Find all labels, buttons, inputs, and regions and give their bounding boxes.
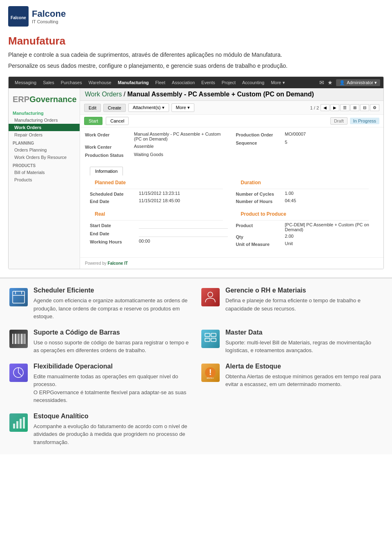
- end-date2-value: [139, 230, 228, 237]
- nav-fleet[interactable]: Fleet: [152, 78, 168, 87]
- breadcrumb-current: Manual Assembly - PC Assemble + Custom (…: [127, 91, 314, 98]
- nav-messaging[interactable]: Messaging: [12, 78, 39, 87]
- user-icon: 👤: [339, 80, 345, 85]
- work-order-row: Work Order Manual Assembly - PC Assemble…: [85, 132, 228, 141]
- sidebar-item-manufacturing-orders[interactable]: Manufacturing Orders: [9, 116, 80, 124]
- create-button[interactable]: Create: [103, 104, 126, 112]
- svg-rect-14: [23, 334, 24, 344]
- more-button[interactable]: More ▾: [172, 103, 194, 112]
- next-button[interactable]: ▶: [330, 104, 339, 111]
- admin-button[interactable]: 👤 Administrator ▾: [336, 79, 380, 86]
- sidebar-logo-gov: Governance: [29, 95, 77, 104]
- hero-desc2: Personalize os seus dados mestre, config…: [8, 62, 384, 70]
- production-status-value: Waiting Goods: [134, 152, 228, 157]
- product-row: Product [PC-DEM] PC Assemble + Custom (P…: [236, 222, 374, 232]
- feature-master-desc: Suporte: multi-level Bill de Materiais, …: [225, 339, 384, 355]
- feature-barcode-desc: Use o nosso suporte de código de barras …: [33, 339, 192, 355]
- sidebar-item-work-orders[interactable]: Work Orders: [9, 124, 80, 131]
- star-icon[interactable]: ★: [327, 79, 333, 86]
- page-title: Manufatura: [8, 35, 384, 47]
- sequence-row: Sequence 5: [236, 140, 379, 145]
- nav-more[interactable]: More ▾: [268, 78, 287, 87]
- attachment-button[interactable]: Attachment(s) ▾: [128, 103, 169, 112]
- sidebar-item-orders-planning[interactable]: Orders Planning: [9, 146, 80, 154]
- scheduled-date-row: Scheduled Date 11/15/2012 13:23:11: [90, 191, 228, 196]
- form-col-left: Work Order Manual Assembly - PC Assemble…: [85, 132, 228, 160]
- list-view-button[interactable]: ☰: [340, 104, 350, 111]
- nav-project[interactable]: Project: [219, 78, 238, 87]
- cancel-button[interactable]: Cancel: [106, 117, 129, 125]
- sidebar-logo: ERP Governance: [9, 92, 80, 109]
- start-button[interactable]: Start: [84, 117, 102, 125]
- unit-of-measure-label: Unit of Measure: [236, 241, 285, 247]
- sidebar-item-work-orders-by-resource[interactable]: Work Orders By Resource: [9, 154, 80, 161]
- planned-date-col: Planned Date Scheduled Date 11/15/2012 1…: [90, 177, 228, 205]
- feature-master: Master Data Suporte: multi-level Bill de…: [200, 329, 384, 355]
- sidebar-item-bill-of-materials[interactable]: Bill of Materials: [9, 169, 80, 176]
- feature-barcode-title: Suporte a Código de Barras: [33, 329, 192, 336]
- powered-by: Powered by Falcone IT: [80, 257, 383, 269]
- action-toolbar: Edit Create Attachment(s) ▾ More ▾ 1 / 2…: [80, 101, 383, 115]
- feature-rh-icon: [200, 287, 220, 307]
- work-center-value: Assemble: [134, 144, 228, 149]
- sidebar: ERP Governance Manufacturing Manufacturi…: [9, 88, 80, 269]
- logo-company: Falcone: [32, 9, 66, 19]
- nav-manufacturing[interactable]: Manufacturing: [115, 78, 152, 87]
- sidebar-section-planning: Planning: [9, 138, 80, 146]
- tab-information[interactable]: Information: [90, 167, 123, 176]
- hero-section: Manufatura Planeje e controle a sua cade…: [0, 31, 392, 76]
- grid-view-button[interactable]: ⊞: [350, 104, 359, 111]
- feature-alert: !alerts+ Alerta de Estoque Obtenha Alert…: [200, 363, 384, 404]
- nav-buttons: ◀ ▶ ☰ ⊞ ⊟ ⚙: [321, 104, 379, 111]
- nav-association[interactable]: Association: [169, 78, 198, 87]
- num-cycles-value: 1.00: [285, 191, 374, 196]
- duration-col: Duration Number of Cycles 1.00 Number of…: [236, 177, 374, 205]
- working-hours-label: Working Hours: [90, 239, 139, 244]
- svg-rect-17: [205, 338, 210, 342]
- feature-flex-title: Flexibilidade Operacional: [33, 363, 192, 370]
- production-status-label: Production Status: [85, 152, 134, 158]
- svg-rect-16: [205, 333, 210, 337]
- feature-flex-desc: Edite manualmente todas as operações em …: [33, 373, 192, 404]
- powered-by-link[interactable]: Falcone IT: [108, 261, 128, 266]
- breadcrumb: Work Orders / Manual Assembly - PC Assem…: [80, 88, 383, 101]
- sidebar-item-manufacturing-header[interactable]: Manufacturing: [9, 109, 80, 116]
- nav-warehouse[interactable]: Warehouse: [86, 78, 114, 87]
- options-button[interactable]: ⊟: [360, 104, 369, 111]
- nav-purchases[interactable]: Purchases: [58, 78, 85, 87]
- num-hours-label: Number of Hours: [236, 198, 285, 204]
- feature-alert-desc: Obtenha Alertas de estoque mínimos gerad…: [225, 373, 384, 388]
- email-icon[interactable]: ✉: [319, 79, 324, 86]
- feature-estoque-content: Estoque Analítico Acompanhe a evolução d…: [33, 413, 188, 446]
- feature-scheduler: Scheduler Eficiente Agende com eficienci…: [8, 287, 192, 321]
- edit-button[interactable]: Edit: [84, 104, 101, 112]
- draft-badge: Draft: [330, 117, 347, 125]
- prev-button[interactable]: ◀: [321, 104, 330, 111]
- settings-button[interactable]: ⚙: [370, 104, 379, 111]
- sidebar-item-products[interactable]: Products: [9, 176, 80, 183]
- feature-flex-icon: [8, 363, 29, 383]
- nav-events[interactable]: Events: [198, 78, 218, 87]
- feature-master-title: Master Data: [225, 329, 384, 336]
- nav-sales[interactable]: Sales: [40, 78, 57, 87]
- feature-scheduler-title: Scheduler Eficiente: [33, 287, 192, 294]
- feature-barcode-icon: [8, 329, 29, 349]
- qty-row: Qty 2.00: [236, 234, 374, 239]
- planned-duration-section: Planned Date Scheduled Date 11/15/2012 1…: [85, 177, 379, 205]
- num-hours-row: Number of Hours 04:45: [236, 198, 374, 204]
- feature-estoque-desc: Acompanhe a evolução do faturamento de a…: [33, 422, 188, 446]
- sidebar-item-repair-orders[interactable]: Repair Orders: [9, 131, 80, 138]
- nav-accounting[interactable]: Accounting: [239, 78, 267, 87]
- start-date-row: Start Date: [90, 222, 228, 229]
- status-right: Draft In Progress: [330, 117, 379, 125]
- feature-barcode: Suporte a Código de Barras Use o nosso s…: [8, 329, 192, 355]
- start-date-value: [139, 222, 228, 229]
- breadcrumb-parent[interactable]: Work Orders: [85, 91, 122, 98]
- unit-of-measure-row: Unit of Measure Unit: [236, 241, 374, 247]
- production-status-row: Production Status Waiting Goods: [85, 152, 228, 158]
- production-order-label: Production Order: [236, 132, 285, 137]
- sidebar-logo-erp: ERP: [13, 95, 29, 104]
- svg-text:alerts+: alerts+: [206, 377, 214, 379]
- falcone-logo-icon: Falcone: [8, 6, 29, 27]
- product-to-produce-header: Product to Produce: [236, 209, 374, 219]
